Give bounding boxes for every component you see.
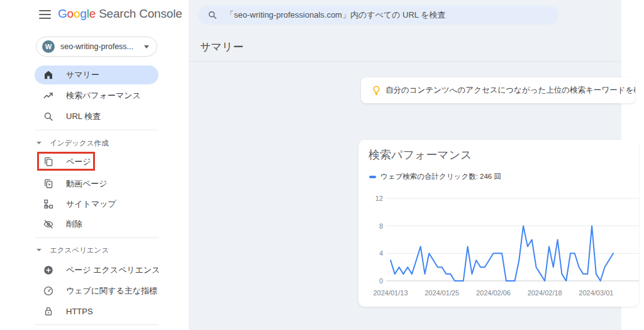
- performance-chart-svg: 048122024/01/132024/01/252024/02/062024/…: [358, 140, 639, 307]
- sidebar-item-label: サイトマップ: [66, 198, 116, 210]
- sidebar-item-video-pages[interactable]: 動画ページ: [35, 174, 158, 193]
- svg-text:2024/01/13: 2024/01/13: [373, 289, 408, 297]
- google-search-console-window: GoogleSearch Console 「seo-writing-profes…: [0, 0, 644, 330]
- trending-up-icon: [43, 90, 54, 101]
- lock-icon: [43, 305, 54, 317]
- search-icon: [208, 10, 218, 20]
- sidebar-section-indexing[interactable]: インデックス作成: [36, 136, 158, 150]
- section-title: インデックス作成: [50, 139, 109, 148]
- speedometer-icon: [43, 285, 54, 297]
- sidebar-item-sitemaps[interactable]: サイトマップ: [35, 195, 158, 213]
- svg-text:2024/01/25: 2024/01/25: [425, 289, 459, 297]
- sidebar-item-label: ウェブに関する主な指標: [66, 285, 157, 297]
- visibility-off-icon: [43, 219, 54, 230]
- svg-text:0: 0: [379, 277, 383, 285]
- svg-text:4: 4: [379, 249, 383, 257]
- section-collapse-icon: [36, 249, 42, 251]
- svg-text:2024/02/18: 2024/02/18: [528, 289, 562, 297]
- google-logo-word: Google: [58, 7, 96, 20]
- sidebar-section-experience[interactable]: エクスペリエンス: [36, 243, 158, 257]
- sidebar-item-label: サマリー: [66, 69, 99, 81]
- tip-banner[interactable]: 自分のコンテンツへのアクセスにつながった上位の検索キーワードを確認: [361, 77, 635, 103]
- sidebar-item-label: HTTPS: [66, 307, 93, 316]
- sidebar-item-https[interactable]: HTTPS: [35, 302, 158, 321]
- section-title: エクスペリエンス: [50, 246, 109, 255]
- property-name: seo-writing-profess...: [60, 42, 144, 51]
- tip-text: 自分のコンテンツへのアクセスにつながった上位の検索キーワードを確認: [386, 85, 635, 96]
- page-title: サマリー: [200, 40, 243, 54]
- svg-text:2024/02/06: 2024/02/06: [476, 289, 511, 297]
- sidebar-item-label: URL 検査: [66, 111, 101, 122]
- sidebar-item-core-web-vitals[interactable]: ウェブに関する主な指標: [35, 282, 158, 300]
- sidebar-item-search-performance[interactable]: 検索パフォーマンス: [35, 86, 158, 105]
- chevron-down-icon: [144, 45, 149, 48]
- video-pages-icon: [43, 178, 54, 190]
- sidebar-item-pages[interactable]: ページ: [35, 152, 158, 171]
- svg-text:8: 8: [379, 222, 383, 230]
- sidebar-item-page-experience[interactable]: ページ エクスペリエンス: [35, 261, 158, 280]
- header-divider: [189, 61, 621, 62]
- sidebar-divider: [35, 324, 158, 325]
- app-logo[interactable]: GoogleSearch Console: [58, 7, 182, 21]
- logo-suffix: Search Console: [99, 7, 182, 20]
- sidebar-item-label: 削除: [66, 219, 82, 230]
- sidebar-item-label: ページ エクスペリエンス: [66, 265, 160, 276]
- sitemap-icon: [43, 198, 54, 210]
- add-circle-icon: [43, 265, 54, 276]
- sidebar-item-label: 動画ページ: [66, 178, 108, 190]
- menu-icon[interactable]: [39, 10, 51, 19]
- sidebar-item-removals[interactable]: 削除: [35, 215, 158, 234]
- lightbulb-icon: [371, 85, 382, 96]
- sidebar-item-label: ページ: [66, 156, 91, 168]
- wordpress-site-icon: W: [42, 40, 55, 53]
- sidebar-item-summary[interactable]: サマリー: [35, 65, 158, 84]
- sidebar-item-label: 検索パフォーマンス: [66, 90, 141, 101]
- section-collapse-icon: [36, 142, 42, 144]
- url-inspection-search-input[interactable]: 「seo-writing-professionals.com」内のすべての UR…: [198, 6, 558, 25]
- pages-copy-icon: [43, 156, 54, 168]
- home-icon: [43, 69, 54, 81]
- magnifier-icon: [43, 111, 54, 122]
- sidebar-item-url-inspection[interactable]: URL 検査: [35, 107, 158, 126]
- search-placeholder: 「seo-writing-professionals.com」内のすべての UR…: [226, 9, 446, 21]
- property-selector[interactable]: W seo-writing-profess...: [36, 37, 157, 57]
- sidebar-divider: [35, 237, 158, 238]
- svg-text:2024/03/01: 2024/03/01: [579, 289, 613, 297]
- svg-text:12: 12: [375, 195, 383, 202]
- search-performance-card: 検索パフォーマンス ウェブ検索の合計クリック数: 246 回 048122024…: [358, 140, 639, 307]
- sidebar-divider: [35, 130, 158, 130]
